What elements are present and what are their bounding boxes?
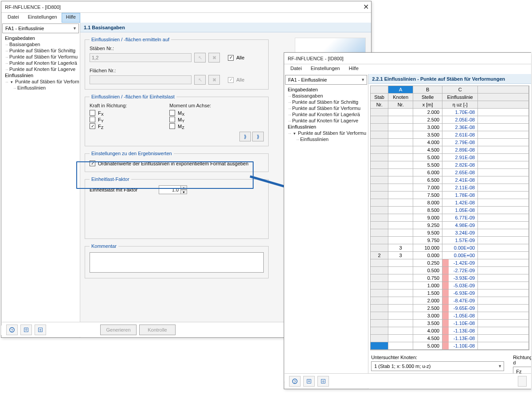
table-row[interactable]: 4.0002.79E-08 bbox=[371, 139, 529, 146]
label-richtung: Richtung d bbox=[513, 355, 531, 365]
toolbar-icon[interactable]: ⟫ bbox=[239, 132, 251, 141]
table-row[interactable]: 6.0002.65E-08 bbox=[371, 169, 529, 176]
cell-stelle: 2.000 bbox=[413, 297, 442, 305]
close-icon[interactable]: ✕ bbox=[363, 4, 369, 11]
window-title: RF-INFLUENCE - [ID800] bbox=[5, 4, 61, 10]
tree-root-einflusslinien[interactable]: Einflusslinien bbox=[285, 124, 367, 130]
table-row[interactable]: 3.000-1.05E-08 bbox=[371, 312, 529, 320]
export-icon[interactable] bbox=[317, 376, 329, 387]
tree-root-eingabe[interactable]: Eingabedaten bbox=[2, 35, 79, 41]
table-row[interactable]: 310.0000.00E+00 bbox=[371, 244, 529, 252]
table-row[interactable]: 3.500-1.10E-08 bbox=[371, 320, 529, 327]
tree-item[interactable]: Punkte auf Stäben für Verformu bbox=[289, 105, 367, 111]
table-row[interactable]: 5.0002.91E-08 bbox=[371, 154, 529, 161]
table-row[interactable]: 0.500-2.72E-09 bbox=[371, 267, 529, 274]
table-row[interactable]: 8.5001.05E-08 bbox=[371, 207, 529, 214]
checkbox-alle-staeben[interactable] bbox=[228, 55, 234, 61]
page-title: 1.1 Basisangaben bbox=[80, 23, 371, 32]
tree-root-einflusslinien[interactable]: Einflusslinien bbox=[2, 72, 79, 78]
table-row[interactable]: 7.0002.11E-08 bbox=[371, 184, 529, 192]
checkbox-fz[interactable] bbox=[90, 123, 95, 129]
spin-down-icon[interactable]: ▼ bbox=[181, 190, 187, 194]
tree-item[interactable]: Basisangaben bbox=[289, 93, 367, 99]
tree-root-eingabe[interactable]: Eingabedaten bbox=[285, 86, 367, 93]
table-row[interactable]: 9.7501.57E-09 bbox=[371, 237, 529, 244]
nav-tree[interactable]: Eingabedaten Basisangaben Punkte auf Stä… bbox=[1, 33, 80, 330]
table-row[interactable]: 9.2504.98E-09 bbox=[371, 222, 529, 229]
cell-empty bbox=[478, 282, 529, 289]
toolbar-icon[interactable]: ⟫ bbox=[252, 132, 264, 141]
tree-item[interactable]: Punkte auf Knoten für Lagerve bbox=[6, 66, 79, 72]
results-table[interactable]: A B C Stab Knoten Stelle Einflusslinie bbox=[370, 86, 529, 350]
group-legend: Einflusslinien / -flächen für Einheitsla… bbox=[90, 94, 176, 99]
table-row[interactable]: 9.0006.77E-09 bbox=[371, 214, 529, 222]
table-row[interactable]: 2.000-8.47E-09 bbox=[371, 297, 529, 305]
tree-item[interactable]: Punkte auf Knoten für Lagerkrä bbox=[289, 111, 367, 117]
table-row[interactable]: 7.5001.78E-08 bbox=[371, 192, 529, 199]
tree-expand-icon[interactable] bbox=[9, 79, 14, 84]
case-combo[interactable]: FA1 - Einflusslinie ▼ bbox=[2, 23, 79, 33]
cell-stelle: 9.750 bbox=[413, 237, 442, 244]
help-icon[interactable]: ? bbox=[6, 325, 18, 335]
table-row[interactable]: 2.0001.70E-08 bbox=[371, 109, 529, 116]
cell-stelle: 0.750 bbox=[413, 274, 442, 282]
table-row[interactable]: 1.000-5.03E-09 bbox=[371, 282, 529, 289]
menu-hilfe[interactable]: Hilfe bbox=[62, 13, 80, 23]
cell-einfl: -2.72E-09 bbox=[442, 267, 478, 274]
untersucht-combo[interactable]: 1 (Stab 1; x: 5.000 m; u-z) ▼ bbox=[371, 361, 504, 371]
tree-item[interactable]: Einflusslinien bbox=[297, 136, 367, 142]
tree-item[interactable]: Einflusslinien bbox=[14, 85, 79, 91]
menu-einstellungen[interactable]: Einstellungen bbox=[306, 64, 344, 74]
case-combo[interactable]: FA1 - Einflusslinie ▼ bbox=[285, 75, 367, 85]
table-row[interactable]: 4.000-1.13E-08 bbox=[371, 327, 529, 335]
tree-item[interactable]: Punkte auf Stäben für Schnittg bbox=[289, 99, 367, 105]
table-row[interactable]: 4.5002.89E-08 bbox=[371, 146, 529, 154]
toolbar-icon[interactable] bbox=[518, 376, 527, 387]
table-row[interactable]: 2.500-9.65E-09 bbox=[371, 305, 529, 312]
export-icon[interactable] bbox=[35, 325, 46, 335]
help-icon[interactable]: ? bbox=[289, 376, 301, 387]
menu-datei[interactable]: Datei bbox=[3, 13, 23, 23]
table-row[interactable]: 3.5002.61E-08 bbox=[371, 131, 529, 139]
table-row[interactable]: 0.250-1.42E-09 bbox=[371, 259, 529, 267]
checkbox-fx[interactable] bbox=[90, 110, 95, 116]
table-row[interactable]: 0.750-3.93E-09 bbox=[371, 274, 529, 282]
table-row[interactable]: 230.0000.00E+00 bbox=[371, 252, 529, 259]
import-icon[interactable] bbox=[20, 325, 32, 335]
comment-textarea[interactable] bbox=[90, 252, 264, 273]
col-letter-c[interactable]: C bbox=[442, 86, 478, 94]
checkbox-my[interactable] bbox=[169, 117, 175, 122]
checkbox-mx[interactable] bbox=[169, 110, 175, 116]
table-row[interactable]: 9.5003.24E-09 bbox=[371, 229, 529, 237]
menu-hilfe[interactable]: Hilfe bbox=[344, 64, 363, 74]
tree-item[interactable]: Punkte auf Stäben für Verformu bbox=[6, 54, 79, 60]
tree-item[interactable]: Basisangaben bbox=[6, 41, 79, 47]
cell-einfl: -1.10E-08 bbox=[442, 320, 478, 327]
generate-button[interactable]: Generieren bbox=[100, 325, 137, 335]
table-row[interactable]: 8.0001.42E-08 bbox=[371, 199, 529, 207]
table-row[interactable]: 2.5002.05E-08 bbox=[371, 116, 529, 124]
col-letter-b[interactable]: B bbox=[413, 86, 442, 94]
tree-item[interactable]: Punkte auf Knoten für Lagerkrä bbox=[6, 60, 79, 66]
tree-item[interactable]: Punkte auf Stäben für Verformu bbox=[6, 78, 79, 85]
cell-stelle: 9.250 bbox=[413, 222, 442, 229]
menu-datei[interactable]: Datei bbox=[286, 64, 306, 74]
import-icon[interactable] bbox=[303, 376, 315, 387]
tree-item[interactable]: Punkte auf Knoten für Lagerve bbox=[289, 117, 367, 124]
table-row[interactable]: 1.500-6.93E-09 bbox=[371, 289, 529, 297]
tree-item[interactable]: Punkte auf Stäben für Schnittg bbox=[6, 47, 79, 54]
tree-item[interactable]: Punkte auf Stäben für Verformu bbox=[289, 130, 367, 136]
table-row[interactable]: 5.000-1.10E-08 bbox=[371, 342, 529, 350]
kontrolle-button[interactable]: Kontrolle bbox=[139, 325, 176, 335]
table-row[interactable]: 4.500-1.13E-08 bbox=[371, 335, 529, 342]
table-row[interactable]: 5.5002.82E-08 bbox=[371, 161, 529, 169]
nav-tree[interactable]: Eingabedaten Basisangaben Punkte auf Stä… bbox=[284, 85, 368, 382]
table-row[interactable]: 3.0002.36E-08 bbox=[371, 124, 529, 131]
cell-einfl: -5.03E-09 bbox=[442, 282, 478, 289]
checkbox-mz[interactable] bbox=[169, 123, 175, 129]
checkbox-fy[interactable] bbox=[90, 117, 95, 122]
tree-expand-icon[interactable] bbox=[292, 130, 297, 136]
table-row[interactable]: 6.5002.41E-08 bbox=[371, 176, 529, 184]
col-letter-a[interactable]: A bbox=[388, 86, 413, 94]
menu-einstellungen[interactable]: Einstellungen bbox=[23, 13, 62, 23]
